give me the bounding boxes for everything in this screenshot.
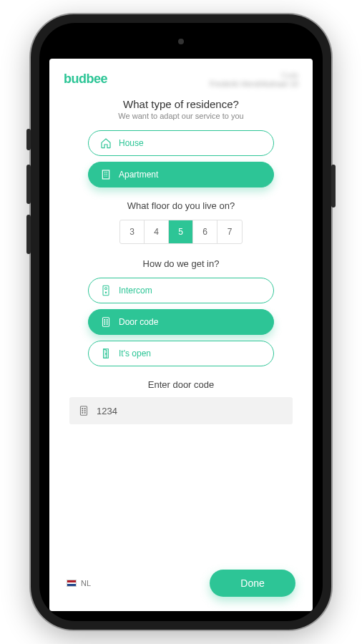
access-title: How do we get in?: [69, 258, 293, 269]
svg-point-5: [104, 320, 105, 321]
svg-point-18: [82, 412, 83, 413]
house-icon: [100, 137, 112, 149]
svg-rect-13: [80, 406, 87, 416]
floor-option-6[interactable]: 6: [193, 220, 217, 243]
keypad-icon: [78, 405, 89, 416]
residence-title: What type of residence?: [69, 98, 293, 110]
doorcode-input[interactable]: [97, 406, 284, 416]
svg-point-7: [104, 321, 105, 322]
doorcode-label: Enter door code: [69, 379, 293, 390]
svg-point-3: [105, 292, 106, 293]
floor-option-5[interactable]: 5: [169, 220, 193, 243]
header-meta-line2: Frederik Hendrikstraat 10: [210, 79, 298, 88]
keypad-icon: [100, 316, 112, 328]
app-screen: budbee Code Frederik Hendrikstraat 10 Wh…: [49, 59, 313, 611]
logo: budbee: [64, 72, 107, 87]
phone-bezel: budbee Code Frederik Hendrikstraat 10 Wh…: [39, 23, 323, 621]
header-meta: Code Frederik Hendrikstraat 10: [210, 72, 298, 88]
floor-option-4[interactable]: 4: [145, 220, 169, 243]
svg-point-9: [104, 323, 105, 324]
floor-option-7[interactable]: 7: [217, 220, 242, 243]
flag-nl-icon: [67, 580, 77, 587]
residence-option-house[interactable]: House: [88, 130, 274, 156]
svg-point-8: [107, 321, 107, 322]
intercom-icon: [100, 285, 112, 296]
door-open-icon: [100, 348, 112, 359]
svg-point-10: [107, 323, 107, 324]
header: budbee Code Frederik Hendrikstraat 10: [49, 59, 313, 94]
phone-side-button: [26, 165, 31, 204]
phone-side-button: [26, 215, 31, 254]
svg-rect-4: [102, 318, 109, 327]
svg-point-2: [105, 288, 107, 290]
access-options: Intercom Door code It's open: [69, 278, 293, 366]
svg-point-15: [84, 409, 85, 409]
doorcode-input-container[interactable]: [69, 397, 293, 424]
apartment-icon: [100, 169, 112, 180]
phone-frame: budbee Code Frederik Hendrikstraat 10 Wh…: [31, 14, 331, 630]
phone-speaker: [178, 39, 184, 44]
header-meta-line1: Code: [210, 72, 298, 79]
access-option-open[interactable]: It's open: [88, 341, 274, 366]
svg-point-6: [107, 320, 107, 321]
access-option-label: Intercom: [119, 286, 152, 296]
done-button[interactable]: Done: [210, 570, 295, 597]
svg-point-17: [84, 410, 85, 411]
svg-point-12: [105, 353, 106, 354]
access-option-label: Door code: [119, 317, 158, 327]
residence-option-label: Apartment: [119, 170, 158, 180]
residence-options: House Apartment: [69, 130, 293, 187]
access-option-doorcode[interactable]: Door code: [88, 309, 274, 335]
svg-rect-0: [102, 170, 109, 179]
residence-option-label: House: [119, 138, 144, 148]
language-selector[interactable]: NL: [67, 579, 91, 587]
residence-subtitle: We want to adapt our service to you: [69, 112, 293, 120]
access-option-label: It's open: [119, 348, 151, 358]
content: What type of residence? We want to adapt…: [49, 94, 313, 560]
floor-option-3[interactable]: 3: [120, 220, 145, 243]
svg-point-19: [84, 412, 85, 413]
floor-selector: 3 4 5 6 7: [119, 220, 243, 244]
phone-side-button: [331, 165, 336, 208]
language-label: NL: [81, 579, 91, 587]
access-option-intercom[interactable]: Intercom: [88, 278, 274, 303]
svg-point-16: [82, 410, 83, 411]
svg-point-14: [82, 409, 83, 409]
footer: NL Done: [49, 560, 313, 611]
floor-title: What floor do you live on?: [69, 200, 293, 211]
phone-side-button: [26, 129, 31, 150]
residence-option-apartment[interactable]: Apartment: [88, 162, 274, 187]
